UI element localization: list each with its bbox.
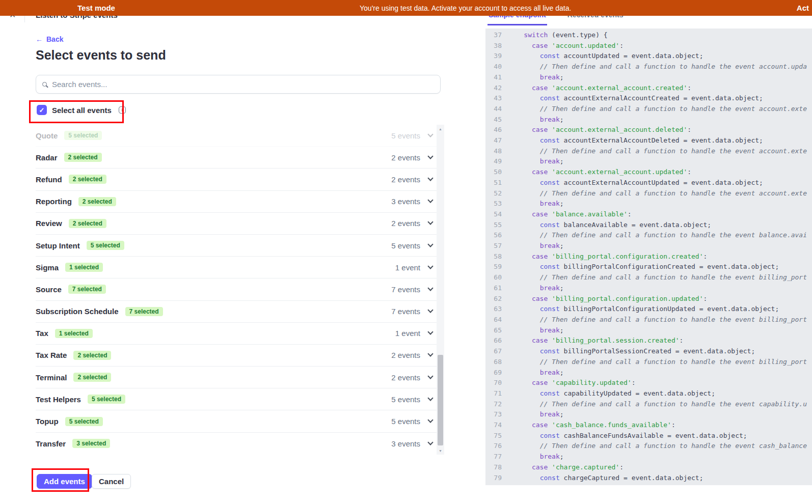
- selected-count-badge: 2 selected: [69, 175, 106, 184]
- code-text: const capabilityUpdated = event.data.obj…: [508, 388, 715, 399]
- code-line: 53 break;: [485, 199, 812, 209]
- code-line: 59 const billingPortalConfigurationCreat…: [485, 262, 812, 272]
- event-row-topup[interactable]: Topup5 selected5 events: [36, 410, 437, 432]
- event-row-sigma[interactable]: Sigma1 selected1 event: [36, 257, 437, 278]
- chevron-down-icon[interactable]: [427, 241, 433, 247]
- page-title: Select events to send: [36, 48, 166, 63]
- chevron-down-icon[interactable]: [427, 131, 433, 137]
- event-row-radar[interactable]: Radar2 selected2 events: [36, 147, 437, 169]
- list-scrollbar[interactable]: ▲ ▼: [437, 125, 444, 455]
- selected-count-badge: 2 selected: [69, 219, 106, 228]
- code-line: 75 const cashBalanceFundsAvailable = eve…: [485, 431, 812, 441]
- chevron-down-icon[interactable]: [427, 175, 433, 181]
- event-row-review[interactable]: Review2 selected2 events: [36, 213, 437, 235]
- code-line: 57 break;: [485, 241, 812, 251]
- event-row-transfer[interactable]: Transfer3 selected3 events: [36, 433, 437, 455]
- scrollbar-up-arrow-icon[interactable]: ▲: [437, 125, 444, 132]
- event-row-setup-intent[interactable]: Setup Intent5 selected5 events: [36, 235, 437, 257]
- line-number: 40: [489, 62, 502, 72]
- code-text: break;: [508, 325, 564, 336]
- event-row-reporting[interactable]: Reporting2 selected3 events: [36, 191, 437, 213]
- event-row-refund[interactable]: Refund2 selected2 events: [36, 169, 437, 190]
- code-line: 67 const billingPortalSessionCreated = e…: [485, 346, 812, 357]
- line-number: 45: [489, 115, 502, 125]
- chevron-down-icon[interactable]: [427, 417, 433, 423]
- code-line: 79 const chargeCaptured = event.data.obj…: [485, 473, 812, 484]
- code-text: const accountExternalAccountCreated = ev…: [508, 93, 763, 104]
- code-line: 68 // Then define and call a function to…: [485, 357, 812, 368]
- line-number: 75: [489, 431, 502, 441]
- back-link[interactable]: ← Back: [36, 35, 63, 43]
- search-input[interactable]: [52, 80, 434, 89]
- chevron-down-icon[interactable]: [427, 153, 433, 159]
- code-text: break;: [508, 115, 564, 125]
- event-row-tax[interactable]: Tax1 selected1 event: [36, 323, 437, 345]
- event-category-name: Topup: [36, 417, 59, 426]
- event-row-tax-rate[interactable]: Tax Rate2 selected2 events: [36, 345, 437, 367]
- event-row-terminal[interactable]: Terminal2 selected2 events: [36, 367, 437, 388]
- select-all-checkbox[interactable]: ✓ Select all events i: [37, 105, 126, 115]
- line-number: 76: [489, 441, 502, 452]
- arrow-left-icon: ←: [36, 35, 43, 43]
- chevron-down-icon[interactable]: [427, 351, 433, 357]
- event-category-name: Sigma: [36, 263, 59, 272]
- line-number: 38: [489, 41, 502, 51]
- event-row-quote[interactable]: Quote5 selected5 events: [36, 125, 437, 147]
- code-text: case 'billing_portal.configuration.updat…: [508, 294, 707, 304]
- event-row-test-helpers[interactable]: Test Helpers5 selected5 events: [36, 388, 437, 410]
- chevron-down-icon[interactable]: [427, 285, 433, 291]
- code-text: // Then define and call a function to ha…: [508, 357, 807, 368]
- line-number: 51: [489, 178, 502, 188]
- chevron-down-icon[interactable]: [427, 373, 433, 379]
- line-number: 64: [489, 315, 502, 325]
- event-category-name: Subscription Schedule: [36, 307, 119, 316]
- line-number: 57: [489, 241, 502, 251]
- code-line: 78 case 'charge.captured':: [485, 462, 812, 473]
- info-icon[interactable]: i: [119, 106, 126, 114]
- code-text: const cashBalanceFundsAvailable = event.…: [508, 431, 747, 441]
- line-number: 43: [489, 93, 502, 104]
- chevron-down-icon[interactable]: [427, 197, 433, 203]
- event-count: 2 events: [391, 153, 420, 162]
- line-number: 62: [489, 294, 502, 304]
- event-row-subscription-schedule[interactable]: Subscription Schedule7 selected7 events: [36, 301, 437, 323]
- code-text: // Then define and call a function to ha…: [508, 104, 807, 115]
- line-number: 70: [489, 378, 502, 388]
- scrollbar-thumb[interactable]: [438, 355, 443, 445]
- code-text: case 'billing_portal.configuration.creat…: [508, 251, 707, 262]
- event-category-name: Source: [36, 285, 62, 294]
- event-row-source[interactable]: Source7 selected7 events: [36, 278, 437, 300]
- event-count: 7 events: [391, 285, 420, 294]
- activate-account-button[interactable]: Act: [797, 4, 809, 12]
- code-line: 58 case 'billing_portal.configuration.cr…: [485, 251, 812, 262]
- cancel-button[interactable]: Cancel: [92, 474, 131, 489]
- chevron-down-icon[interactable]: [427, 263, 433, 269]
- code-line: 37 switch (event.type) {: [485, 30, 812, 41]
- line-number: 69: [489, 368, 502, 378]
- scrollbar-down-arrow-icon[interactable]: ▼: [437, 447, 444, 454]
- code-line: 74 case 'cash_balance.funds_available':: [485, 420, 812, 431]
- chevron-down-icon[interactable]: [427, 395, 433, 401]
- code-text: // Then define and call a function to ha…: [508, 146, 807, 157]
- code-text: break;: [508, 409, 564, 420]
- event-category-name: Tax: [36, 329, 48, 338]
- chevron-down-icon[interactable]: [427, 439, 433, 445]
- event-count: 1 event: [395, 263, 420, 272]
- search-box[interactable]: [36, 75, 441, 94]
- code-text: case 'account.external_account.created':: [508, 83, 691, 94]
- chevron-down-icon[interactable]: [427, 329, 433, 335]
- selected-count-badge: 7 selected: [125, 307, 163, 316]
- code-text: case 'balance.available':: [508, 209, 632, 220]
- chevron-down-icon[interactable]: [427, 307, 433, 313]
- line-number: 63: [489, 304, 502, 315]
- chevron-down-icon[interactable]: [427, 219, 433, 225]
- line-number: 59: [489, 262, 502, 272]
- code-line: 56 // Then define and call a function to…: [485, 230, 812, 241]
- line-number: 53: [489, 199, 502, 209]
- checkbox-checked-icon[interactable]: ✓: [37, 105, 47, 115]
- add-events-button[interactable]: Add events: [37, 474, 92, 489]
- line-number: 60: [489, 272, 502, 283]
- event-count: 3 events: [391, 439, 420, 448]
- sample-endpoint-code[interactable]: 37 switch (event.type) {38 case 'account…: [485, 29, 812, 485]
- line-number: 50: [489, 167, 502, 178]
